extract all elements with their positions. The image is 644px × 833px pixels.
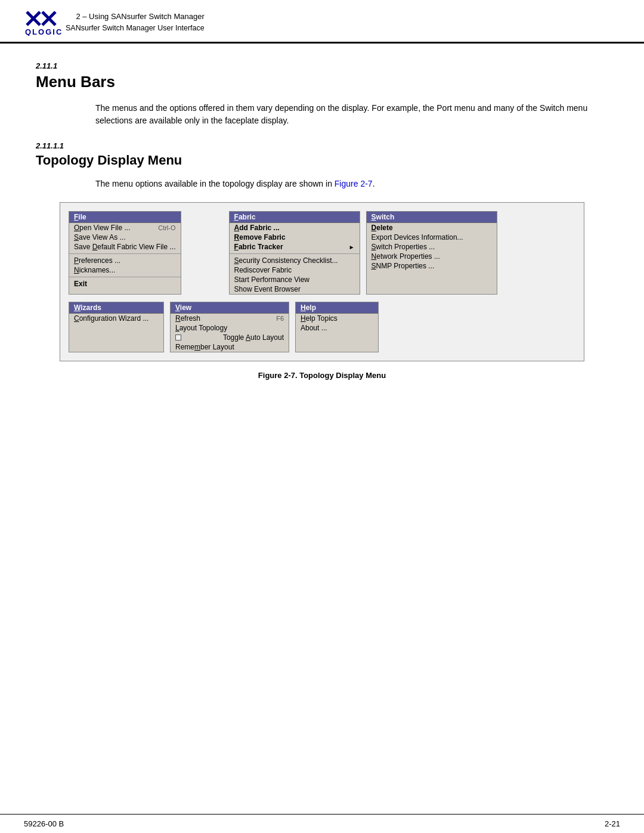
switch-properties-item[interactable]: Switch Properties ... bbox=[367, 242, 497, 252]
help-about-item[interactable]: About ... bbox=[296, 323, 378, 333]
file-exit-item[interactable]: Exit bbox=[69, 279, 181, 289]
switch-delete-item[interactable]: Delete bbox=[367, 223, 497, 233]
chapter-title: 2 – Using SANsurfer Switch Manager bbox=[66, 11, 205, 23]
view-layout-item[interactable]: Layout Topology bbox=[171, 323, 289, 333]
view-menu-header[interactable]: View bbox=[171, 302, 289, 314]
subsection-number: 2.11.1.1 bbox=[36, 141, 608, 150]
file-preferences-item[interactable]: Preferences ... bbox=[69, 256, 181, 265]
file-menu-panel: File Open View File ... Ctrl-O Save View… bbox=[69, 211, 181, 295]
subsection-body: The menu options available in the topolo… bbox=[95, 178, 608, 190]
subsection-title: Topology Display Menu bbox=[36, 153, 608, 168]
wizards-menu-panel: Wizards Configuration Wizard ... bbox=[69, 302, 164, 352]
switch-menu-label: S bbox=[371, 213, 376, 221]
menu-diagram: File Open View File ... Ctrl-O Save View… bbox=[60, 202, 584, 361]
section-211: 2.11.1 Menu Bars The menus and the optio… bbox=[36, 61, 608, 127]
file-open-item[interactable]: Open View File ... Ctrl-O bbox=[69, 223, 181, 233]
qlogic-logo-icon: QLOGIC bbox=[24, 11, 66, 36]
wizards-menu-label: W bbox=[74, 304, 80, 312]
fabric-tracker-arrow: ► bbox=[349, 244, 355, 250]
page-footer: 59226-00 B 2-21 bbox=[0, 814, 644, 833]
figure-link[interactable]: Figure 2-7 bbox=[335, 179, 373, 188]
file-divider2 bbox=[69, 277, 181, 277]
file-menu-header[interactable]: File bbox=[69, 212, 181, 223]
fabric-rediscover-item[interactable]: Rediscover Fabric bbox=[230, 265, 360, 275]
chapter-subtitle: SANsurfer Switch Manager User Interface bbox=[66, 23, 205, 34]
file-divider1 bbox=[69, 253, 181, 254]
view-menu-label: V bbox=[175, 304, 180, 312]
fabric-divider1 bbox=[230, 253, 360, 254]
help-menu-label: H bbox=[301, 304, 306, 312]
help-menu-header[interactable]: Help bbox=[296, 302, 378, 314]
section-body: The menus and the options offered in the… bbox=[95, 102, 608, 127]
view-refresh-item[interactable]: Refresh F6 bbox=[171, 314, 289, 323]
fabric-menu-panel: Fabric Add Fabric ... Remove Fabric Fabr… bbox=[229, 211, 360, 295]
view-remember-item[interactable]: Remember Layout bbox=[171, 342, 289, 352]
footer-right: 2-21 bbox=[605, 819, 620, 828]
switch-snmp-item[interactable]: SNMP Properties ... bbox=[367, 261, 497, 271]
top-menus-row: File Open View File ... Ctrl-O Save View… bbox=[69, 211, 575, 295]
bottom-menus-row: Wizards Configuration Wizard ... View Re… bbox=[69, 302, 575, 352]
wizards-config-item[interactable]: Configuration Wizard ... bbox=[69, 314, 163, 323]
page-header: QLOGIC 2 – Using SANsurfer Switch Manage… bbox=[0, 0, 644, 44]
svg-text:QLOGIC: QLOGIC bbox=[25, 27, 63, 36]
help-menu-panel: Help Help Topics About ... bbox=[295, 302, 379, 352]
switch-menu-header[interactable]: Switch bbox=[367, 212, 497, 223]
fabric-remove-item[interactable]: Remove Fabric bbox=[230, 233, 360, 242]
fabric-security-item[interactable]: Security Consistency Checklist... bbox=[230, 256, 360, 265]
help-topics-item[interactable]: Help Topics bbox=[296, 314, 378, 323]
section-number: 2.11.1 bbox=[36, 61, 608, 70]
header-text: 2 – Using SANsurfer Switch Manager SANsu… bbox=[66, 11, 205, 33]
subsection-2111: 2.11.1.1 Topology Display Menu The menu … bbox=[36, 141, 608, 190]
view-toggle-item[interactable]: Toggle Auto Layout bbox=[171, 333, 289, 342]
main-content: 2.11.1 Menu Bars The menus and the optio… bbox=[0, 44, 644, 416]
switch-export-item[interactable]: Export Devices Information... bbox=[367, 233, 497, 242]
section-title: Menu Bars bbox=[36, 73, 608, 91]
fabric-menu-header[interactable]: Fabric bbox=[230, 212, 360, 223]
fabric-menu-label: F bbox=[234, 213, 239, 221]
fabric-tracker-item[interactable]: Fabric Tracker ► bbox=[230, 242, 360, 252]
fabric-add-item[interactable]: Add Fabric ... bbox=[230, 223, 360, 233]
logo-area: QLOGIC bbox=[24, 11, 66, 36]
view-menu-panel: View Refresh F6 Layout Topology Toggle A… bbox=[170, 302, 289, 352]
switch-network-item[interactable]: Network Properties ... bbox=[367, 252, 497, 261]
footer-left: 59226-00 B bbox=[24, 819, 64, 828]
file-nicknames-item[interactable]: Nicknames... bbox=[69, 265, 181, 275]
wizards-menu-header[interactable]: Wizards bbox=[69, 302, 163, 314]
toggle-checkbox bbox=[175, 335, 181, 340]
file-save-default-item[interactable]: Save Default Fabric View File ... bbox=[69, 242, 181, 252]
switch-menu-panel: Switch Delete Export Devices Information… bbox=[366, 211, 497, 295]
file-save-view-item[interactable]: Save View As ... bbox=[69, 233, 181, 242]
fabric-performance-item[interactable]: Start Performance View bbox=[230, 275, 360, 284]
figure-caption: Figure 2-7. Topology Display Menu bbox=[36, 371, 608, 380]
fabric-events-item[interactable]: Show Event Browser bbox=[230, 284, 360, 294]
